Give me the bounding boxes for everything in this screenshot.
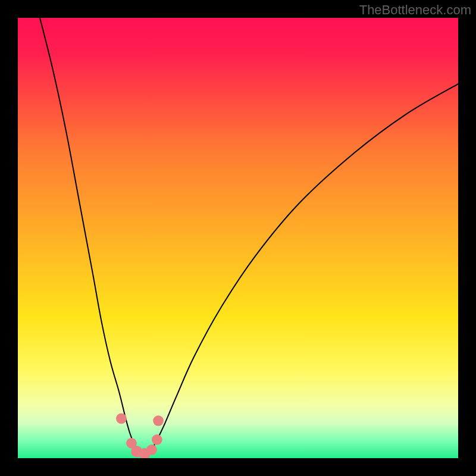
chart-gradient-background	[18, 18, 458, 458]
chart-marker	[152, 434, 162, 445]
chart-marker	[146, 444, 157, 455]
chart-marker	[153, 415, 164, 426]
bottleneck-chart	[18, 18, 458, 458]
watermark-label: TheBottleneck.com	[359, 2, 471, 18]
chart-marker	[116, 414, 127, 424]
chart-frame: TheBottleneck.com	[0, 0, 476, 476]
